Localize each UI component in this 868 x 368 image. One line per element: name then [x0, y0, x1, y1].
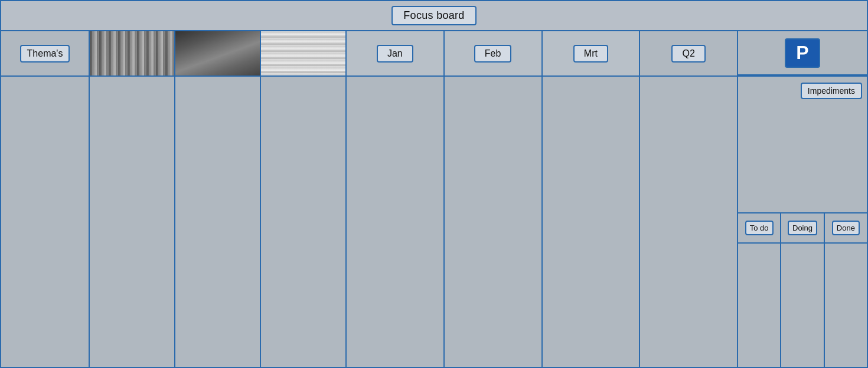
main-jan-col [347, 77, 445, 367]
done-label: Done [832, 221, 860, 235]
main-area: Impediments To do Doing Done [1, 77, 867, 367]
title-row: Focus board [1, 1, 867, 31]
main-q2-col [640, 77, 737, 367]
col-feb-bg: Feb [445, 31, 543, 75]
feb-label: Feb [474, 45, 512, 63]
parking-button[interactable]: P [785, 38, 820, 68]
image-3-pattern [261, 31, 345, 75]
image-3 [261, 31, 345, 75]
impediments-label: Impediments [801, 83, 862, 99]
status-body-row [738, 244, 867, 367]
right-panel-header: P [737, 31, 867, 75]
parking-icon: P [796, 42, 808, 64]
main-img-col-3 [261, 77, 347, 367]
col-themas: Thema's [1, 31, 90, 75]
col-image-3 [261, 31, 347, 75]
todo-col-header: To do [738, 213, 781, 242]
image-2 [175, 31, 260, 75]
board-container: Focus board Thema's [0, 0, 868, 368]
main-mrt-col [543, 77, 641, 367]
jan-label: Jan [377, 45, 413, 63]
right-panel-body: Impediments To do Doing Done [737, 77, 867, 367]
col-image-1 [90, 31, 175, 75]
image-1 [90, 31, 174, 75]
todo-label: To do [745, 221, 774, 235]
done-col-header: Done [825, 213, 867, 242]
main-themas-col [1, 77, 90, 367]
col-image-2 [175, 31, 261, 75]
col-jan-bg: Jan [347, 31, 445, 75]
doing-body-col [781, 244, 824, 367]
image-1-pattern [90, 31, 174, 75]
col-mrt-bg: Mrt [543, 31, 641, 75]
header-row: Thema's Jan [1, 31, 737, 75]
done-body-col [825, 244, 867, 367]
impediments-section: Impediments [738, 77, 867, 213]
doing-col-header: Doing [781, 213, 824, 242]
q2-label: Q2 [671, 45, 705, 63]
main-columns [1, 77, 737, 367]
main-feb-col [445, 77, 543, 367]
image-2-pattern [175, 31, 260, 75]
mrt-label: Mrt [573, 45, 608, 63]
focus-board-title: Focus board [391, 6, 476, 25]
col-q2: Q2 [640, 31, 737, 75]
todo-body-col [738, 244, 781, 367]
main-img-col-2 [175, 77, 261, 367]
status-header-row: To do Doing Done [738, 213, 867, 244]
themas-label: Thema's [20, 45, 70, 63]
doing-label: Doing [788, 221, 817, 235]
main-img-col-1 [90, 77, 175, 367]
